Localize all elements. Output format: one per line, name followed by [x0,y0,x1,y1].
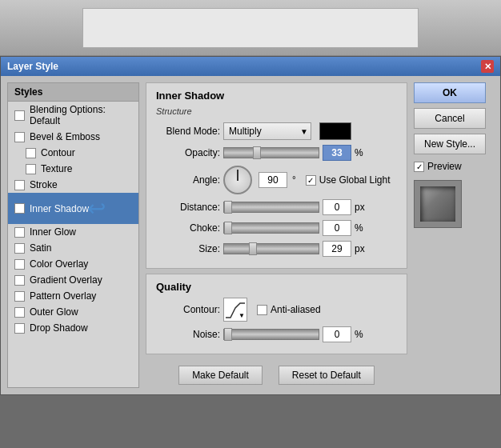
opacity-slider-container: % [223,145,371,161]
color-overlay-checkbox[interactable] [14,259,25,270]
preview-checkbox[interactable]: ✓ [414,162,424,172]
preview-label: Preview [427,161,462,172]
angle-row: Angle: ° ✓ Use Global Light [156,166,397,194]
preview-row: ✓ Preview [414,161,494,172]
structure-section: Inner Shadow Structure Blend Mode: Multi… [146,82,407,269]
reset-default-button[interactable]: Reset to Default [279,366,375,385]
satin-checkbox[interactable] [14,243,25,254]
size-slider[interactable] [223,243,319,254]
dialog-title: Layer Style [7,61,58,72]
size-row: Size: px [156,241,397,257]
contour-row: Contour: ▼ Anti-aliased [156,298,397,322]
distance-slider[interactable] [223,202,319,213]
active-arrow-icon: ↩ [87,195,106,222]
angle-value-input[interactable] [259,172,287,188]
blend-mode-select-wrapper[interactable]: Multiply Normal Screen Overlay ▼ [223,122,311,140]
sidebar-item-texture[interactable]: Texture [8,161,138,177]
distance-value-input[interactable] [323,199,351,215]
sidebar-item-inner-shadow[interactable]: ✓ Inner Shadow ↩ [8,193,138,224]
sidebar-item-drop-shadow[interactable]: Drop Shadow [8,320,138,336]
noise-unit: % [355,329,371,340]
top-bar [0,0,501,56]
quality-title: Quality [156,281,397,293]
texture-checkbox[interactable] [26,164,36,174]
stroke-label: Stroke [30,179,58,190]
title-bar: Layer Style ✕ [1,57,500,76]
ok-button[interactable]: OK [414,82,486,103]
contour-preview[interactable]: ▼ [223,298,247,322]
pattern-overlay-checkbox[interactable] [14,291,25,302]
anti-aliased-label: Anti-aliased [271,304,321,315]
stroke-checkbox[interactable] [14,180,25,190]
new-style-button[interactable]: New Style... [414,134,486,154]
sidebar-item-inner-glow[interactable]: Inner Glow [8,224,138,240]
preview-swatch [414,180,462,228]
choke-value-input[interactable] [323,220,351,236]
opacity-value-input[interactable] [323,145,351,161]
blend-color-swatch[interactable] [319,122,351,140]
opacity-label: Opacity: [156,147,220,158]
noise-slider[interactable] [223,329,319,340]
blend-mode-select[interactable]: Multiply Normal Screen Overlay [223,122,311,140]
noise-label: Noise: [156,329,220,340]
contour-label: Contour [41,147,75,158]
right-panel: OK Cancel New Style... ✓ Preview [414,82,494,388]
blend-mode-row: Blend Mode: Multiply Normal Screen Overl… [156,122,397,140]
sidebar-item-stroke[interactable]: Stroke [8,177,138,193]
outer-glow-label: Outer Glow [30,306,78,318]
degree-symbol: ° [292,174,296,186]
anti-aliased-checkbox[interactable] [257,305,267,315]
outer-glow-checkbox[interactable] [14,307,25,318]
blend-mode-label: Blend Mode: [156,126,220,137]
distance-slider-container: px [223,199,371,215]
angle-dial[interactable] [223,166,252,194]
choke-unit: % [355,222,371,234]
satin-label: Satin [30,242,51,254]
opacity-unit: % [355,147,371,158]
close-button[interactable]: ✕ [481,60,494,73]
structure-subtitle: Structure [156,106,397,116]
cancel-button[interactable]: Cancel [414,108,486,129]
inner-glow-checkbox[interactable] [14,227,25,238]
opacity-row: Opacity: % [156,145,397,161]
sidebar-item-pattern-overlay[interactable]: Pattern Overlay [8,288,138,304]
make-default-button[interactable]: Make Default [178,366,263,385]
angle-dial-line [237,170,238,181]
inner-shadow-label: Inner Shadow [30,203,89,214]
main-content: Inner Shadow Structure Blend Mode: Multi… [146,82,407,388]
sidebar-item-color-overlay[interactable]: Color Overlay [8,256,138,272]
contour-checkbox[interactable] [26,148,36,158]
global-light-checkbox[interactable]: ✓ [306,175,316,186]
sidebar-item-satin[interactable]: Satin [8,240,138,256]
inner-shadow-checkbox[interactable]: ✓ [14,203,25,214]
contour-label: Contour: [156,304,220,315]
gradient-overlay-checkbox[interactable] [14,275,25,286]
noise-row: Noise: % [156,326,397,342]
distance-row: Distance: px [156,199,397,215]
distance-unit: px [355,202,371,213]
angle-label: Angle: [156,174,220,186]
choke-row: Choke: % [156,220,397,236]
distance-label: Distance: [156,202,220,213]
contour-dropdown-icon: ▼ [238,312,245,319]
drop-shadow-checkbox[interactable] [14,323,25,334]
choke-slider[interactable] [223,222,319,234]
pattern-overlay-label: Pattern Overlay [30,290,96,302]
bevel-emboss-checkbox[interactable] [14,132,25,142]
sidebar-item-outer-glow[interactable]: Outer Glow [8,304,138,320]
choke-slider-container: % [223,220,371,236]
size-value-input[interactable] [323,241,351,257]
noise-value-input[interactable] [323,326,351,342]
opacity-slider[interactable] [223,147,319,158]
dialog-body: Styles Blending Options: Default Bevel &… [1,76,500,394]
size-slider-container: px [223,241,371,257]
blending-options-checkbox[interactable] [14,110,25,121]
sidebar-item-gradient-overlay[interactable]: Gradient Overlay [8,272,138,288]
gradient-overlay-label: Gradient Overlay [30,274,102,286]
sidebar-item-contour[interactable]: Contour [8,145,138,161]
sidebar-item-blending-options[interactable]: Blending Options: Default [8,102,138,129]
styles-panel: Styles Blending Options: Default Bevel &… [7,82,139,388]
noise-slider-container: % [223,326,371,342]
sidebar-item-bevel-emboss[interactable]: Bevel & Emboss [8,129,138,145]
blending-options-label: Blending Options: Default [30,104,132,126]
